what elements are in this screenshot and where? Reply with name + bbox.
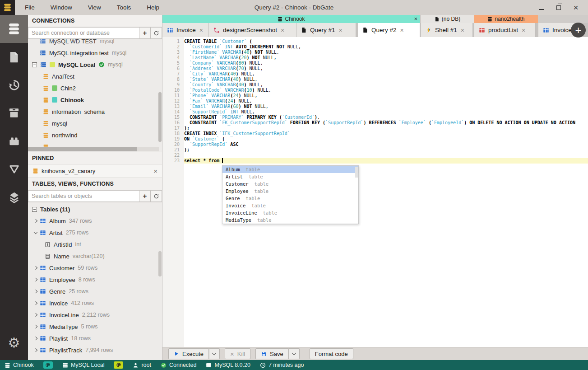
connections-search-input[interactable] xyxy=(28,27,139,39)
code-line[interactable]: `Country` VARCHAR(40) NULL, xyxy=(184,82,588,88)
new-tab-button[interactable]: + xyxy=(571,23,586,37)
tables-search-input[interactable] xyxy=(28,190,139,202)
tab-invoice[interactable]: Invoice × xyxy=(162,23,209,37)
code-line[interactable]: `SupportRepId` INT NULL, xyxy=(184,109,588,115)
settings-gear-icon[interactable]: ⚙ xyxy=(0,328,28,356)
connections-horizontal-scrollbar[interactable] xyxy=(28,147,159,151)
database-item[interactable]: mysql xyxy=(28,117,162,129)
code-line[interactable]: `SupportRepId` ASC xyxy=(184,142,588,147)
code-line[interactable]: ); xyxy=(184,126,588,131)
autocomplete-item[interactable]: MediaType table xyxy=(222,216,358,224)
activity-archive-icon[interactable] xyxy=(0,99,28,127)
code-line[interactable]: `Email` VARCHAR(60) NOT NULL, xyxy=(184,104,588,109)
activity-query-icon[interactable] xyxy=(0,155,28,183)
tab-group-chinook[interactable]: Chinook × xyxy=(162,15,420,23)
code-line[interactable]: ON `Customer` ( xyxy=(184,136,588,142)
chevron-right-icon[interactable] xyxy=(34,348,37,352)
activity-file-icon[interactable] xyxy=(0,43,28,71)
execute-dropdown-button[interactable] xyxy=(209,348,220,359)
tab-group-nano2health[interactable]: nano2health xyxy=(474,15,538,23)
chevron-right-icon[interactable] xyxy=(34,290,37,293)
code-line[interactable]: `Phone` VARCHAR(24) NULL, xyxy=(184,93,588,98)
connections-vertical-scrollbar[interactable] xyxy=(158,92,162,142)
tab-query-2-active[interactable]: Query #2 × xyxy=(358,23,420,37)
autocomplete-item[interactable]: Employee table xyxy=(222,187,358,195)
tables-group-row[interactable]: Tables (11) xyxy=(28,203,162,215)
activity-plugins-icon[interactable] xyxy=(0,127,28,155)
code-line[interactable]: `LastName` VARCHAR(20) NOT NULL, xyxy=(184,55,588,61)
code-line[interactable]: CONSTRAINT `FK_CustomerSupportRepId` FOR… xyxy=(184,120,588,126)
autocomplete-scrollbar[interactable] xyxy=(355,167,358,178)
tab-query-1[interactable]: Query #1 × xyxy=(296,23,356,37)
menu-file[interactable]: File xyxy=(23,3,37,12)
connection-item[interactable]: MySQL integration test mysql xyxy=(28,47,162,59)
code-line[interactable]: `City` VARCHAR(40) NULL, xyxy=(184,71,588,77)
tab-group-no-db[interactable]: (no DB) xyxy=(421,15,474,23)
save-button[interactable]: Save xyxy=(255,348,289,359)
chevron-right-icon[interactable] xyxy=(34,278,37,281)
refresh-tables-button[interactable] xyxy=(151,190,162,202)
collapse-expander-icon[interactable] xyxy=(32,207,37,212)
connection-item-selected[interactable]: MySQL Local mysql xyxy=(28,59,162,70)
autocomplete-item[interactable]: Customer table xyxy=(222,180,358,187)
autocomplete-item[interactable]: Invoice table xyxy=(222,202,358,209)
chevron-right-icon[interactable] xyxy=(34,301,37,305)
table-row[interactable]: Album 347 rows xyxy=(28,215,162,227)
table-row[interactable]: Customer 59 rows xyxy=(28,262,162,274)
restore-icon[interactable] xyxy=(554,3,564,13)
chevron-right-icon[interactable] xyxy=(34,266,37,270)
execute-button[interactable]: Execute xyxy=(168,348,209,359)
autocomplete-item[interactable]: Genre table xyxy=(222,195,358,202)
close-group-icon[interactable]: × xyxy=(414,15,417,22)
tab-productlist[interactable]: productList × xyxy=(474,23,536,37)
activity-layers-icon[interactable] xyxy=(0,183,28,211)
close-tab-icon[interactable]: × xyxy=(400,27,404,33)
table-row[interactable]: MediaType 5 rows xyxy=(28,321,162,333)
table-row[interactable]: Invoice 412 rows xyxy=(28,297,162,309)
close-window-icon[interactable]: × xyxy=(571,3,581,13)
minimize-icon[interactable] xyxy=(537,3,546,13)
table-row-expanded[interactable]: Artist 275 rows xyxy=(28,227,162,239)
column-row[interactable]: Name varchar(120) xyxy=(28,250,162,262)
table-row[interactable]: InvoiceLine 2,212 rows xyxy=(28,309,162,321)
add-connection-button[interactable] xyxy=(139,27,151,39)
code-line[interactable]: `Company` VARCHAR(80) NULL, xyxy=(184,61,588,66)
add-table-button[interactable] xyxy=(139,190,151,202)
menu-view[interactable]: View xyxy=(86,3,103,12)
menu-tools[interactable]: Tools xyxy=(115,3,133,12)
autocomplete-item[interactable]: Artist table xyxy=(222,173,358,180)
database-item[interactable]: northwind xyxy=(28,129,162,141)
format-code-button[interactable]: Format code xyxy=(310,348,353,359)
chevron-right-icon[interactable] xyxy=(34,313,37,317)
database-color-chip[interactable] xyxy=(43,361,53,369)
collapse-expander-icon[interactable] xyxy=(32,62,37,67)
tab-designerscreenshot[interactable]: designerScreenshot × xyxy=(209,23,296,37)
column-row[interactable]: ArtistId int xyxy=(28,239,162,250)
close-tab-icon[interactable]: × xyxy=(522,27,525,33)
code-line[interactable]: select * from xyxy=(184,158,588,164)
autocomplete-item[interactable]: InvoiceLine table xyxy=(222,209,358,216)
code-line[interactable]: `FirstName` VARCHAR(40) NOT NULL, xyxy=(184,50,588,55)
database-item[interactable]: Chin2 xyxy=(28,82,162,94)
menu-help[interactable]: Help xyxy=(145,3,161,12)
connection-item[interactable]: MySQL WD TEST mysql xyxy=(28,39,162,47)
refresh-connections-button[interactable] xyxy=(151,27,162,39)
database-item-selected[interactable]: Chinook xyxy=(28,94,162,106)
chevron-down-icon[interactable] xyxy=(34,230,37,234)
table-row[interactable]: Genre 25 rows xyxy=(28,286,162,297)
database-item[interactable]: information_schema xyxy=(28,106,162,117)
activity-database-icon[interactable] xyxy=(0,15,28,43)
database-item[interactable]: AnalTest xyxy=(28,70,162,82)
code-line[interactable]: `Fax` VARCHAR(24) NULL, xyxy=(184,98,588,104)
close-tab-icon[interactable]: × xyxy=(199,27,203,33)
table-row[interactable]: Employee 8 rows xyxy=(28,274,162,286)
tab-invoice-2[interactable]: Invoice xyxy=(538,23,574,37)
code-line[interactable]: ); xyxy=(184,147,588,153)
code-line[interactable]: `CustomerId` INT AUTO_INCREMENT NOT NULL… xyxy=(184,44,588,50)
chevron-right-icon[interactable] xyxy=(34,219,37,223)
save-dropdown-button[interactable] xyxy=(289,348,300,359)
code-line[interactable] xyxy=(184,153,588,158)
close-tab-icon[interactable]: × xyxy=(339,27,343,33)
close-tab-icon[interactable]: × xyxy=(281,27,284,33)
code-line[interactable]: `State` VARCHAR(40) NULL, xyxy=(184,77,588,82)
